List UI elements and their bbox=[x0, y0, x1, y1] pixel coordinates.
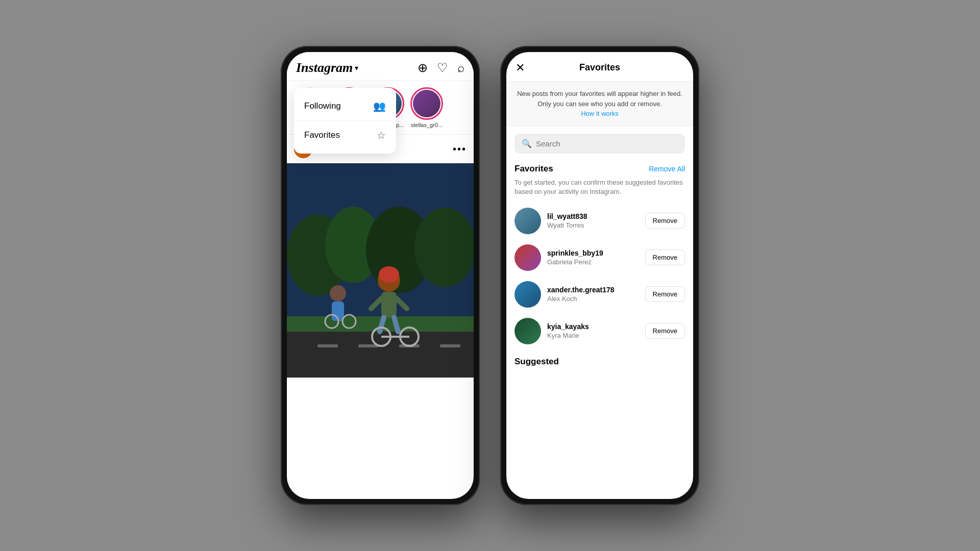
fav-description: To get started, you can confirm these su… bbox=[506, 178, 693, 203]
post-more-button[interactable]: ••• bbox=[453, 143, 467, 155]
fav-info-1: sprinkles_bby19 Gabriela Perez bbox=[547, 249, 639, 266]
dropdown-favorites[interactable]: Favorites ☆ bbox=[294, 121, 396, 149]
post: jaded_elephant17 ••• bbox=[287, 135, 474, 499]
story-label-3: stellas_gr0... bbox=[411, 122, 443, 128]
svg-rect-6 bbox=[317, 344, 338, 347]
fav-username-2: xander.the.great178 bbox=[547, 286, 639, 294]
fav-avatar-2 bbox=[514, 281, 541, 308]
remove-button-0[interactable]: Remove bbox=[645, 213, 685, 229]
ig-logo-text: Instagram bbox=[296, 60, 353, 76]
search-icon: 🔍 bbox=[522, 139, 532, 148]
fav-title: Favorites bbox=[579, 62, 620, 73]
suggested-section-title: Suggested bbox=[506, 349, 693, 370]
svg-rect-9 bbox=[440, 344, 460, 347]
add-icon[interactable]: ⊕ bbox=[418, 61, 428, 75]
people-icon: 👥 bbox=[373, 100, 386, 112]
dropdown-following-label: Following bbox=[304, 101, 341, 111]
dropdown-menu: Following 👥 Favorites ☆ bbox=[294, 88, 396, 154]
fav-info-3: kyia_kayaks Kyra Marie bbox=[547, 322, 639, 339]
search-input[interactable] bbox=[536, 139, 678, 148]
story-3[interactable]: stellas_gr0... bbox=[410, 87, 443, 128]
dropdown-following[interactable]: Following 👥 bbox=[294, 92, 396, 121]
fav-username-3: kyia_kayaks bbox=[547, 322, 639, 331]
svg-point-20 bbox=[379, 266, 399, 283]
post-image-svg bbox=[287, 163, 474, 378]
ig-logo-arrow[interactable]: ▾ bbox=[355, 64, 358, 72]
fav-avatar-1 bbox=[514, 244, 541, 271]
remove-button-3[interactable]: Remove bbox=[645, 323, 685, 339]
svg-rect-5 bbox=[287, 327, 474, 378]
fav-item-3: kyia_kayaks Kyra Marie Remove bbox=[506, 313, 693, 349]
fav-username-0: lil_wyatt838 bbox=[547, 212, 639, 220]
fav-info-2: xander.the.great178 Alex Koch bbox=[547, 286, 639, 303]
fav-name-3: Kyra Marie bbox=[547, 332, 639, 339]
ig-header: Instagram ▾ ⊕ ♡ ⌕ bbox=[287, 52, 474, 81]
close-button[interactable]: ✕ bbox=[516, 61, 525, 74]
phone1-screen: Instagram ▾ ⊕ ♡ ⌕ Following 👥 Favorites … bbox=[287, 52, 474, 499]
fav-section-title: Favorites bbox=[514, 164, 553, 174]
fav-list: lil_wyatt838 Wyatt Torres Remove sprinkl… bbox=[506, 203, 693, 499]
story-inner-3 bbox=[413, 90, 440, 117]
fav-name-0: Wyatt Torres bbox=[547, 221, 639, 229]
search-icon[interactable]: ⌕ bbox=[457, 61, 464, 75]
fav-section-header: Favorites Remove All bbox=[506, 161, 693, 178]
heart-icon[interactable]: ♡ bbox=[437, 61, 448, 75]
phone2-screen: ✕ Favorites New posts from your favorite… bbox=[506, 52, 693, 499]
fav-item-2: xander.the.great178 Alex Koch Remove bbox=[506, 276, 693, 313]
phones-container: Instagram ▾ ⊕ ♡ ⌕ Following 👥 Favorites … bbox=[281, 46, 699, 505]
phone-1: Instagram ▾ ⊕ ♡ ⌕ Following 👥 Favorites … bbox=[281, 46, 480, 505]
ig-logo[interactable]: Instagram ▾ bbox=[296, 60, 358, 76]
fav-username-1: sprinkles_bby19 bbox=[547, 249, 639, 257]
fav-name-1: Gabriela Perez bbox=[547, 258, 639, 266]
svg-rect-12 bbox=[381, 292, 397, 317]
fav-item-1: sprinkles_bby19 Gabriela Perez Remove bbox=[506, 239, 693, 276]
how-it-works-link[interactable]: How it works bbox=[581, 110, 619, 117]
post-image-content bbox=[287, 163, 474, 378]
dropdown-favorites-label: Favorites bbox=[304, 130, 340, 140]
fav-search-bar[interactable]: 🔍 bbox=[514, 134, 685, 154]
phone-2: ✕ Favorites New posts from your favorite… bbox=[500, 46, 699, 505]
fav-item-0: lil_wyatt838 Wyatt Torres Remove bbox=[506, 203, 693, 239]
remove-button-2[interactable]: Remove bbox=[645, 286, 685, 302]
post-image bbox=[287, 163, 474, 378]
fav-subtitle-text: New posts from your favorites will appea… bbox=[517, 90, 682, 108]
fav-header: ✕ Favorites bbox=[506, 52, 693, 82]
fav-info-0: lil_wyatt838 Wyatt Torres bbox=[547, 212, 639, 229]
story-avatar-3 bbox=[410, 87, 443, 120]
star-icon: ☆ bbox=[377, 129, 386, 141]
svg-point-21 bbox=[330, 285, 346, 302]
fav-avatar-3 bbox=[514, 318, 541, 344]
svg-point-4 bbox=[414, 208, 474, 287]
fav-avatar-0 bbox=[514, 208, 541, 234]
remove-button-1[interactable]: Remove bbox=[645, 249, 685, 265]
fav-name-2: Alex Koch bbox=[547, 295, 639, 303]
ig-header-icons: ⊕ ♡ ⌕ bbox=[418, 61, 464, 75]
fav-subtitle: New posts from your favorites will appea… bbox=[506, 82, 693, 127]
remove-all-button[interactable]: Remove All bbox=[649, 165, 685, 173]
